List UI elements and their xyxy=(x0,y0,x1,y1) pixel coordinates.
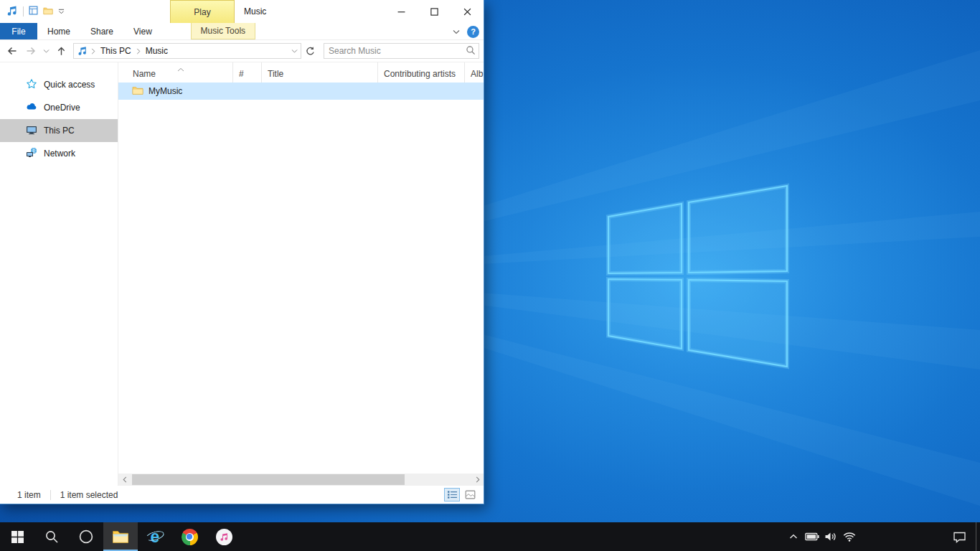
taskbar-internet-explorer-icon[interactable]: e xyxy=(138,522,172,551)
system-tray xyxy=(784,522,980,551)
action-center-icon[interactable] xyxy=(943,522,976,551)
tab-view[interactable]: View xyxy=(123,23,162,39)
wifi-network-icon[interactable] xyxy=(840,522,859,551)
breadcrumb-this-pc[interactable]: This PC xyxy=(96,44,136,58)
properties-button[interactable] xyxy=(29,6,38,17)
tab-file[interactable]: File xyxy=(0,23,37,39)
battery-icon[interactable] xyxy=(803,522,821,551)
maximize-button[interactable] xyxy=(418,0,451,23)
this-pc-monitor-icon xyxy=(26,124,37,138)
navigation-pane: Quick access OneDrive This PC Network xyxy=(0,62,118,486)
hidden-icons-chevron-icon[interactable] xyxy=(784,522,803,551)
sidebar-item-onedrive[interactable]: OneDrive xyxy=(0,96,118,119)
file-name: MyMusic xyxy=(149,86,182,96)
status-divider xyxy=(50,490,51,500)
help-button[interactable]: ? xyxy=(467,26,479,38)
file-list: MyMusic xyxy=(118,83,484,474)
tab-music-tools[interactable]: Music Tools xyxy=(191,23,255,39)
sidebar-item-label: Quick access xyxy=(44,80,95,90)
start-button[interactable] xyxy=(0,522,34,551)
onedrive-cloud-icon xyxy=(26,101,37,115)
sidebar-item-this-pc[interactable]: This PC xyxy=(0,119,118,142)
scrollbar-thumb[interactable] xyxy=(132,474,405,485)
status-bar: 1 item 1 item selected xyxy=(0,486,484,504)
sidebar-item-network[interactable]: Network xyxy=(0,142,118,165)
column-header-number[interactable]: # xyxy=(232,62,261,83)
item-count: 1 item xyxy=(17,490,41,500)
context-tab-play[interactable]: Play xyxy=(170,0,235,23)
scroll-right-button[interactable] xyxy=(471,474,484,486)
scrollbar-track[interactable] xyxy=(131,474,471,486)
horizontal-scrollbar[interactable] xyxy=(118,474,484,486)
customize-toolbar-chevron-icon[interactable] xyxy=(58,6,65,17)
selection-count: 1 item selected xyxy=(60,490,118,500)
search-icon[interactable] xyxy=(466,45,476,57)
tray-spacer xyxy=(859,522,943,551)
window-controls xyxy=(385,0,484,23)
back-button[interactable] xyxy=(3,42,22,60)
minimize-button[interactable] xyxy=(385,0,418,23)
tab-home[interactable]: Home xyxy=(37,23,80,39)
navigation-bar: This PC Music xyxy=(0,40,484,62)
forward-button[interactable] xyxy=(22,42,40,60)
app-music-icon[interactable] xyxy=(6,5,18,19)
taskbar-chrome-icon[interactable] xyxy=(172,522,207,551)
column-headers: Name # Title Contributing artists Alb xyxy=(118,62,484,83)
refresh-button[interactable] xyxy=(302,43,318,59)
title-bar: Play Music xyxy=(0,0,484,23)
address-music-icon xyxy=(74,46,90,56)
new-folder-button[interactable] xyxy=(43,6,53,18)
sidebar-item-label: This PC xyxy=(44,126,75,136)
toolbar-divider xyxy=(23,6,24,17)
file-row-mymusic[interactable]: MyMusic xyxy=(118,83,484,100)
quick-access-star-icon xyxy=(26,78,37,92)
search-box xyxy=(324,43,479,59)
address-dropdown-chevron-icon[interactable] xyxy=(288,44,301,58)
details-view-button[interactable] xyxy=(444,488,460,501)
quick-access-toolbar xyxy=(0,5,65,19)
column-header-album[interactable]: Alb xyxy=(464,62,484,83)
column-header-name[interactable]: Name xyxy=(118,62,232,83)
address-bar[interactable]: This PC Music xyxy=(73,43,301,59)
close-button[interactable] xyxy=(451,0,484,23)
folder-icon xyxy=(132,85,143,98)
taskbar-itunes-icon[interactable] xyxy=(207,522,241,551)
sort-ascending-icon xyxy=(177,64,184,74)
explorer-window: Play Music File Home Share View Music To… xyxy=(0,0,484,504)
tab-share[interactable]: Share xyxy=(80,23,123,39)
large-icons-view-button[interactable] xyxy=(462,488,478,501)
taskbar-search-icon[interactable] xyxy=(34,522,69,551)
sidebar-item-label: OneDrive xyxy=(44,103,80,113)
breadcrumb-music[interactable]: Music xyxy=(141,44,172,58)
window-body: Quick access OneDrive This PC Network xyxy=(0,62,484,486)
search-input[interactable] xyxy=(324,44,466,58)
scroll-left-button[interactable] xyxy=(118,474,131,486)
taskbar-file-explorer-icon[interactable] xyxy=(103,522,138,551)
sidebar-item-label: Network xyxy=(44,149,75,159)
cortana-icon[interactable] xyxy=(69,522,103,551)
file-list-pane: Name # Title Contributing artists Alb My… xyxy=(118,62,484,486)
column-header-contributing-artists[interactable]: Contributing artists xyxy=(377,62,464,83)
sidebar-item-quick-access[interactable]: Quick access xyxy=(0,73,118,96)
expand-ribbon-chevron-icon[interactable] xyxy=(453,27,460,37)
show-desktop-button[interactable] xyxy=(976,522,980,551)
breadcrumb-chevron-icon xyxy=(136,48,141,55)
taskbar: e xyxy=(0,522,980,551)
network-icon xyxy=(26,147,37,161)
up-button[interactable] xyxy=(52,42,70,60)
window-title: Music xyxy=(244,0,266,23)
ribbon-tab-row: File Home Share View Music Tools ? xyxy=(0,23,484,40)
column-header-title[interactable]: Title xyxy=(261,62,377,83)
volume-icon[interactable] xyxy=(821,522,840,551)
breadcrumb-chevron-icon xyxy=(90,48,96,55)
recent-locations-chevron-icon[interactable] xyxy=(40,42,52,60)
